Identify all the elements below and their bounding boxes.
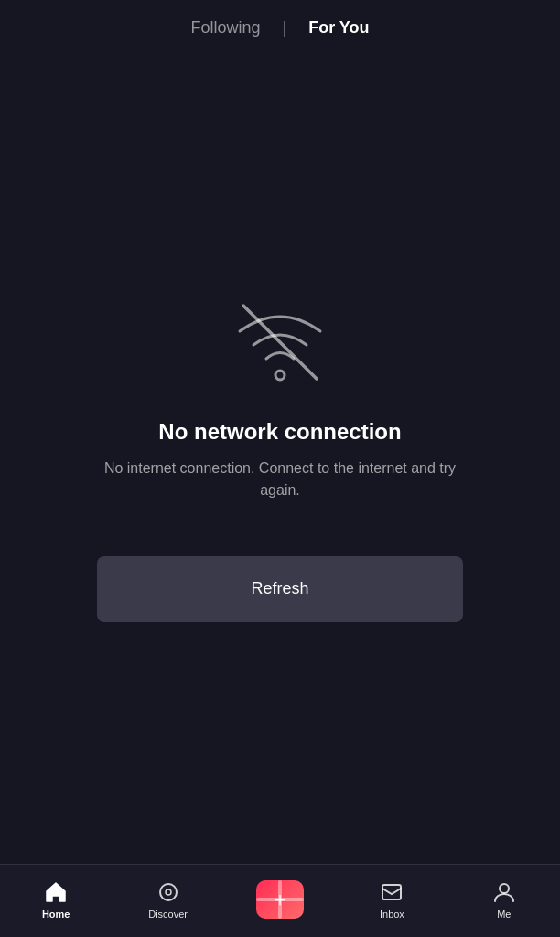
main-content: No network connection No internet connec… [0, 52, 560, 864]
discover-icon [156, 879, 181, 905]
nav-item-home[interactable]: Home [0, 879, 112, 920]
tab-for-you[interactable]: For You [301, 15, 376, 41]
plus-icon: ＋ [270, 889, 290, 910]
nav-item-inbox[interactable]: Inbox [336, 879, 447, 920]
tab-following[interactable]: Following [183, 15, 267, 41]
svg-point-5 [500, 884, 509, 893]
error-subtitle: No internet connection. Connect to the i… [97, 458, 463, 501]
refresh-button[interactable]: Refresh [97, 556, 463, 622]
header-divider: | [283, 18, 287, 38]
svg-point-0 [275, 371, 285, 380]
me-label: Me [497, 909, 511, 920]
nav-item-me[interactable]: Me [448, 879, 560, 920]
error-title: No network connection [158, 419, 401, 445]
home-icon [43, 879, 69, 905]
inbox-label: Inbox [380, 909, 404, 920]
discover-label: Discover [148, 909, 188, 920]
svg-point-3 [166, 889, 171, 895]
nav-item-discover[interactable]: Discover [112, 879, 223, 920]
svg-rect-4 [382, 885, 401, 899]
svg-point-2 [160, 884, 177, 900]
bottom-nav: Home Discover ＋ Inbox [0, 864, 560, 937]
no-wifi-icon [225, 295, 335, 386]
inbox-icon [379, 879, 404, 905]
profile-icon [491, 879, 517, 905]
header: Following | For You [0, 0, 560, 52]
nav-item-add[interactable]: ＋ [224, 880, 336, 919]
home-label: Home [42, 909, 70, 920]
gift-button[interactable]: ＋ [256, 880, 304, 919]
